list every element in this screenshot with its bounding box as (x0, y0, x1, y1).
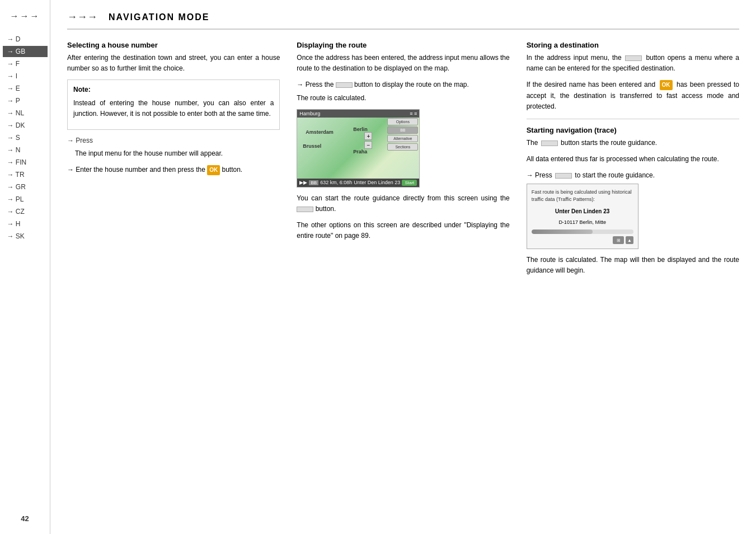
page-header: →→→ NAVIGATION MODE (67, 11, 739, 30)
map-btn-options[interactable]: Options (387, 118, 418, 125)
screenshot-addr2: D-10117 Berlin, Mitte (532, 219, 633, 227)
press-item: → Press (67, 135, 280, 146)
col3-press-btn-placeholder (555, 173, 572, 179)
sidebar-item-f[interactable]: → F (3, 58, 48, 69)
nav-button-placeholder (541, 140, 558, 146)
map-zoom-out[interactable]: − (364, 141, 372, 149)
sidebar-item-e[interactable]: → E (3, 83, 48, 94)
map-city-brussel: Brussel (303, 143, 321, 149)
route-calc-text: The route is calculated. (297, 93, 509, 104)
svg-text:⊞: ⊞ (616, 238, 620, 243)
input-menu-text: The input menu for the house number will… (75, 148, 280, 159)
map-footer-info: 632 km, 6:08h (320, 180, 352, 185)
col3-section1-title: Storing a destination (527, 41, 739, 49)
sidebar-item-n[interactable]: → N (3, 144, 48, 156)
sidebar-item-i[interactable]: → I (3, 71, 48, 82)
map-footer-bb: BB (309, 180, 318, 185)
ok-badge-1: OK (207, 165, 220, 175)
screenshot-box: Fast route is being calculated using his… (527, 184, 638, 250)
map-footer-icon: ▶▶ (299, 180, 307, 185)
sidebar-item-dk[interactable]: → DK (3, 120, 48, 131)
note-text: Instead of entering the house number, yo… (73, 98, 274, 119)
col3-result-text: The route is calculated. The map will th… (527, 255, 739, 276)
store-button-placeholder (625, 55, 642, 61)
page-number: 42 (21, 514, 29, 534)
map-start-button[interactable]: Start (402, 180, 417, 186)
guidance-button-placeholder (297, 207, 313, 212)
section-divider (527, 119, 739, 119)
screenshot-icon-2: ▲ (626, 236, 633, 244)
col2-guidance-text: You can start the route guidance directl… (297, 193, 509, 214)
screenshot-title: Fast route is being calculated using his… (532, 189, 633, 204)
col3-press-item: → Press to start the route guidance. (527, 170, 739, 181)
col3-nav-text2: All data entered thus far is processed w… (527, 154, 739, 165)
sidebar-arrows: →→→ (10, 11, 40, 21)
enter-item: → Enter the house number and then press … (67, 165, 280, 175)
col3-nav-text1: The button starts the route guidance. (527, 138, 739, 148)
route-map: Hamburg ≡ ≡ Amsterdam Berlin Brussel Pra… (297, 109, 420, 188)
arrow-sym-press: → Press (67, 135, 93, 146)
sidebar-item-sk[interactable]: → SK (3, 231, 48, 242)
map-header-icons: ≡ ≡ (410, 111, 417, 116)
map-header-left: Hamburg (299, 111, 320, 116)
map-btn-alternative[interactable]: Alternative (387, 135, 418, 142)
sidebar-item-s[interactable]: → S (3, 132, 48, 143)
sidebar-item-tr[interactable]: → TR (3, 169, 48, 180)
screenshot-progress-fill (532, 229, 593, 234)
sidebar-item-gb[interactable]: → GB (3, 46, 48, 57)
screenshot-addr1: Unter Den Linden 23 (532, 207, 633, 216)
screenshot-icons: ⊞ ▲ (532, 236, 633, 244)
col3-storing-text: In the address input menu, the button op… (527, 53, 739, 74)
map-city-praha: Praha (353, 149, 367, 154)
map-side-buttons: Options BB Alternative Sections (387, 118, 418, 151)
sidebar-item-nl[interactable]: → NL (3, 107, 48, 119)
col3-ok-text: If the desired name has been entered and… (527, 79, 739, 112)
col1-intro-text: After entering the destination town and … (67, 53, 280, 74)
sidebar-item-d[interactable]: → D (3, 34, 48, 45)
map-city-amsterdam: Amsterdam (306, 129, 334, 135)
enter-suffix: button. (222, 166, 243, 174)
map-btn-bb[interactable]: BB (387, 127, 418, 134)
column-3: Storing a destination In the address inp… (527, 41, 739, 523)
header-arrows: →→→ (67, 11, 97, 23)
sidebar: →→→ → D → GB → F → I → E → P → NL → DK →… (0, 0, 50, 534)
col3-section2-title: Starting navigation (trace) (527, 126, 739, 134)
note-title: Note: (73, 85, 274, 95)
col2-press-text: → Press the button to display the route … (297, 79, 469, 90)
map-footer-address: Unter Den Linden 23 (354, 180, 400, 185)
note-box: Note: Instead of entering the house numb… (67, 79, 280, 130)
map-city-berlin: Berlin (353, 127, 368, 132)
col2-other-options-text: The other options on this screen are des… (297, 220, 509, 241)
map-header: Hamburg ≡ ≡ (297, 110, 419, 118)
svg-text:▲: ▲ (627, 238, 632, 243)
screenshot-icon-1: ⊞ (613, 236, 624, 244)
map-zoom-in[interactable]: + (364, 132, 372, 140)
page-title: NAVIGATION MODE (109, 12, 210, 22)
sidebar-item-pl[interactable]: → PL (3, 194, 48, 205)
map-footer: ▶▶ BB 632 km, 6:08h Unter Den Linden 23 … (297, 179, 419, 187)
sidebar-item-fin[interactable]: → FIN (3, 157, 48, 168)
col3-press-text: → Press to start the route guidance. (527, 170, 655, 181)
screenshot-progress-bar (532, 229, 633, 234)
map-btn-sections[interactable]: Sections (387, 143, 418, 151)
sidebar-item-gr[interactable]: → GR (3, 181, 48, 193)
col2-intro-text: Once the address has been entered, the a… (297, 53, 509, 74)
map-background: Hamburg ≡ ≡ Amsterdam Berlin Brussel Pra… (297, 110, 419, 187)
sidebar-item-cz[interactable]: → CZ (3, 206, 48, 217)
map-zoom-buttons: + − (364, 132, 372, 149)
col2-press-item: → Press the button to display the route … (297, 79, 509, 90)
sidebar-item-p[interactable]: → P (3, 95, 48, 106)
column-2: Displaying the route Once the address ha… (297, 41, 509, 523)
content-area: Selecting a house number After entering … (67, 41, 739, 523)
enter-text: → Enter the house number and then press … (67, 165, 242, 175)
col2-section1-title: Displaying the route (297, 41, 509, 49)
sidebar-item-h[interactable]: → H (3, 218, 48, 229)
col1-section1-title: Selecting a house number (67, 41, 280, 49)
column-1: Selecting a house number After entering … (67, 41, 280, 523)
ok-badge-2: OK (660, 80, 673, 90)
main-content: →→→ NAVIGATION MODE Selecting a house nu… (50, 0, 756, 534)
